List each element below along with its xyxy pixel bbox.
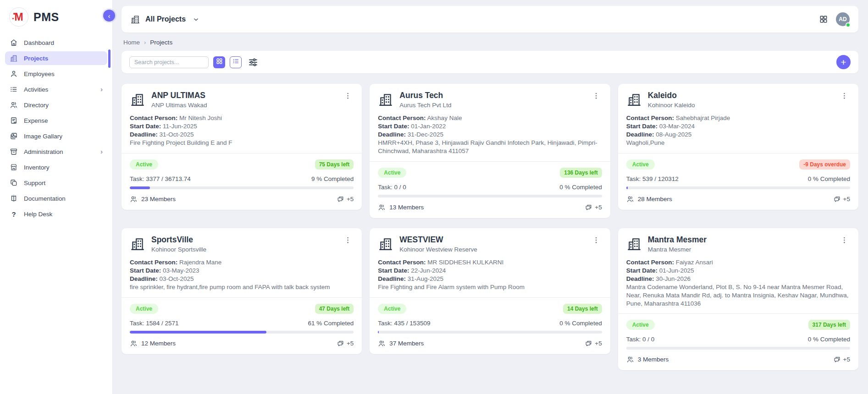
- sidebar-item-expense[interactable]: Expense: [5, 114, 107, 127]
- chat-count-label: +5: [347, 196, 354, 202]
- status-badge: Active: [626, 159, 655, 170]
- project-card[interactable]: SportsVille Kohinoor Sportsville ⋮ Conta…: [122, 228, 362, 354]
- main-area: All Projects AD Home › Projects + ANP UL: [112, 0, 868, 394]
- percent-completed: 0 % Completed: [808, 336, 850, 343]
- sidebar-item-label: Projects: [24, 55, 48, 62]
- chat-counter[interactable]: +5: [833, 195, 850, 203]
- progress-bar: [130, 186, 354, 189]
- chat-counter[interactable]: +5: [585, 339, 602, 347]
- chat-counter[interactable]: +5: [833, 356, 850, 363]
- deadline-line: Deadline: 31-Dec-2025: [378, 131, 602, 139]
- chat-bubbles-icon: [833, 356, 841, 363]
- sidebar-item-documentation[interactable]: Documentation: [5, 192, 107, 205]
- start-date-line: Start Date: 03-May-2023: [130, 267, 354, 275]
- days-left-badge: 136 Days left: [560, 168, 602, 178]
- progress-bar: [626, 186, 850, 189]
- list-icon: [10, 85, 18, 93]
- sidebar-item-label: Documentation: [24, 195, 66, 202]
- sidebar-item-administration[interactable]: Administration ›: [5, 145, 107, 159]
- question-icon: ?: [10, 210, 18, 218]
- chat-count-label: +5: [843, 356, 850, 363]
- percent-completed: 9 % Completed: [311, 175, 354, 182]
- contact-person-line: Contact Person: MR SIDDHESH KULKARNI: [378, 258, 602, 267]
- kebab-menu-icon[interactable]: ⋮: [342, 235, 354, 245]
- kebab-menu-icon[interactable]: ⋮: [839, 91, 850, 100]
- deadline-line: Deadline: 31-Aug-2025: [378, 275, 602, 283]
- members-count: 23 Members: [141, 196, 176, 202]
- store-icon: [10, 163, 18, 171]
- project-title: WESTVIEW: [399, 235, 477, 245]
- project-card[interactable]: WESTVIEW Kohinoor Westview Reserve ⋮ Con…: [370, 228, 610, 354]
- project-card[interactable]: Aurus Tech Aurus Tech Pvt Ltd ⋮ Contact …: [370, 84, 610, 218]
- list-view-button[interactable]: [230, 56, 242, 68]
- online-status-dot: [846, 22, 851, 27]
- sidebar-item-help-desk[interactable]: ? Help Desk: [5, 207, 107, 221]
- status-badge: Active: [626, 320, 655, 330]
- user-avatar[interactable]: AD: [836, 12, 850, 26]
- active-item-edge-bar: [108, 49, 111, 68]
- project-subtitle: Kohinoor Kaleido: [648, 102, 695, 109]
- project-description: Wagholi,Pune: [626, 139, 850, 147]
- sidebar-item-activities[interactable]: Activities ›: [5, 82, 107, 96]
- sidebar-item-projects[interactable]: Projects: [5, 51, 107, 65]
- kebab-menu-icon[interactable]: ⋮: [342, 91, 354, 100]
- users-icon: [10, 101, 18, 109]
- project-title: Aurus Tech: [399, 91, 451, 100]
- deadline-line: Deadline: 31-Oct-2025: [130, 131, 354, 139]
- kebab-menu-icon[interactable]: ⋮: [591, 91, 602, 100]
- contact-person-line: Contact Person: Rajendra Mane: [130, 258, 354, 267]
- breadcrumb-home[interactable]: Home: [123, 39, 140, 46]
- chat-bubbles-icon: [337, 195, 344, 203]
- start-date-line: Start Date: 11-Jun-2025: [130, 122, 354, 131]
- progress-fill: [130, 331, 266, 334]
- project-card[interactable]: ANP ULTIMAS ANP Ultimas Wakad ⋮ Contact …: [122, 84, 362, 210]
- start-date-line: Start Date: 01-Jun-2025: [626, 267, 850, 275]
- deadline-line: Deadline: 08-Aug-2025: [626, 131, 850, 139]
- app-name: PMS: [33, 11, 59, 24]
- sidebar-collapse-button[interactable]: ‹: [103, 10, 115, 22]
- members-icon: [626, 356, 634, 363]
- chat-count-label: +5: [595, 340, 602, 347]
- progress-fill: [626, 186, 628, 189]
- kebab-menu-icon[interactable]: ⋮: [839, 235, 850, 245]
- sidebar-item-inventory[interactable]: Inventory: [5, 160, 107, 174]
- chevron-right-icon: ›: [100, 86, 103, 93]
- add-project-button[interactable]: +: [836, 55, 851, 69]
- chat-counter[interactable]: +5: [337, 195, 354, 203]
- filter-sliders-icon[interactable]: [248, 57, 259, 68]
- sidebar-item-dashboard[interactable]: Dashboard: [5, 36, 107, 49]
- progress-bar: [626, 347, 850, 350]
- status-badge: Active: [378, 168, 406, 178]
- chat-count-label: +5: [347, 340, 354, 347]
- apps-grid-icon[interactable]: [819, 15, 828, 24]
- contact-person-line: Contact Person: Faiyaz Ansari: [626, 258, 850, 267]
- chat-counter[interactable]: +5: [337, 339, 354, 347]
- start-date-line: Start Date: 01-Jan-2022: [378, 122, 602, 131]
- chat-counter[interactable]: +5: [585, 203, 602, 211]
- list-view-icon: [232, 57, 240, 67]
- percent-completed: 0 % Completed: [559, 184, 602, 191]
- building-icon: [378, 236, 393, 252]
- chevron-down-icon: [193, 16, 199, 23]
- chat-count-label: +5: [595, 204, 602, 211]
- days-left-badge: -9 Days overdue: [799, 159, 850, 170]
- image-icon: [10, 132, 18, 140]
- projects-toolbar: +: [122, 51, 858, 73]
- project-card[interactable]: Mantra Mesmer Mantra Mesmer ⋮ Contact Pe…: [618, 228, 858, 371]
- kebab-menu-icon[interactable]: ⋮: [591, 235, 602, 245]
- search-input[interactable]: [129, 56, 209, 68]
- sidebar-item-directory[interactable]: Directory: [5, 98, 107, 112]
- chat-bubbles-icon: [833, 195, 841, 203]
- sidebar-item-support[interactable]: Support: [5, 176, 107, 190]
- sidebar-item-label: Inventory: [24, 164, 50, 171]
- members-icon: [130, 195, 138, 203]
- sidebar-item-label: Administration: [24, 148, 63, 155]
- sidebar-item-employees[interactable]: Employees: [5, 67, 107, 81]
- sidebar-item-label: Support: [24, 180, 45, 186]
- project-card[interactable]: Kaleido Kohinoor Kaleido ⋮ Contact Perso…: [618, 84, 858, 210]
- progress-fill: [130, 186, 150, 189]
- sidebar-item-image-gallary[interactable]: Image Gallary: [5, 129, 107, 143]
- grid-view-button[interactable]: [213, 56, 225, 68]
- project-scope-dropdown[interactable]: All Projects: [130, 14, 199, 24]
- sidebar-item-label: Dashboard: [24, 39, 54, 46]
